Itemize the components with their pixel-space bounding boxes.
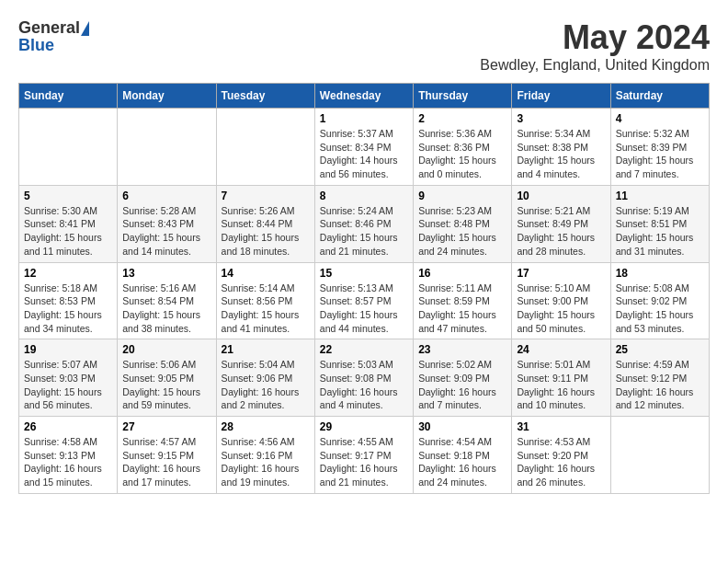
- day-number: 1: [320, 112, 408, 125]
- calendar-day-cell: 22Sunrise: 5:03 AM Sunset: 9:08 PM Dayli…: [314, 339, 413, 417]
- calendar-day-cell: 13Sunrise: 5:16 AM Sunset: 8:54 PM Dayli…: [118, 262, 216, 339]
- calendar-day-cell: 23Sunrise: 5:02 AM Sunset: 9:09 PM Dayli…: [414, 339, 512, 417]
- calendar-day-cell: 11Sunrise: 5:19 AM Sunset: 8:51 PM Dayli…: [610, 185, 709, 262]
- day-number: 21: [222, 343, 310, 356]
- day-info: Sunrise: 4:55 AM Sunset: 9:17 PM Dayligh…: [320, 435, 408, 489]
- calendar-header-row: SundayMondayTuesdayWednesdayThursdayFrid…: [19, 84, 710, 109]
- day-info: Sunrise: 5:02 AM Sunset: 9:09 PM Dayligh…: [418, 358, 506, 412]
- calendar-week-row: 19Sunrise: 5:07 AM Sunset: 9:03 PM Dayli…: [19, 339, 710, 417]
- day-number: 4: [616, 112, 704, 125]
- day-info: Sunrise: 5:24 AM Sunset: 8:46 PM Dayligh…: [320, 204, 408, 259]
- day-number: 27: [122, 420, 210, 433]
- title-area: May 2024 Bewdley, England, United Kingdo…: [480, 18, 710, 74]
- calendar-day-cell: 30Sunrise: 4:54 AM Sunset: 9:18 PM Dayli…: [414, 417, 512, 494]
- calendar-day-cell: 5Sunrise: 5:30 AM Sunset: 8:41 PM Daylig…: [19, 185, 118, 262]
- logo-blue: Blue: [18, 36, 54, 55]
- day-info: Sunrise: 5:01 AM Sunset: 9:11 PM Dayligh…: [517, 358, 605, 412]
- day-number: 7: [222, 190, 310, 202]
- day-number: 30: [418, 420, 506, 433]
- day-info: Sunrise: 5:21 AM Sunset: 8:49 PM Dayligh…: [517, 204, 605, 259]
- calendar-week-row: 12Sunrise: 5:18 AM Sunset: 8:53 PM Dayli…: [19, 262, 710, 339]
- day-info: Sunrise: 4:59 AM Sunset: 9:12 PM Dayligh…: [616, 358, 704, 412]
- day-of-week-header: Friday: [512, 84, 610, 109]
- calendar-day-cell: 12Sunrise: 5:18 AM Sunset: 8:53 PM Dayli…: [19, 262, 118, 339]
- calendar-day-cell: 28Sunrise: 4:56 AM Sunset: 9:16 PM Dayli…: [216, 417, 314, 494]
- day-info: Sunrise: 5:06 AM Sunset: 9:05 PM Dayligh…: [122, 358, 210, 412]
- calendar-day-cell: 20Sunrise: 5:06 AM Sunset: 9:05 PM Dayli…: [118, 339, 216, 417]
- day-info: Sunrise: 5:10 AM Sunset: 9:00 PM Dayligh…: [517, 282, 605, 336]
- calendar-day-cell: 19Sunrise: 5:07 AM Sunset: 9:03 PM Dayli…: [19, 339, 118, 417]
- calendar-day-cell: 3Sunrise: 5:34 AM Sunset: 8:38 PM Daylig…: [512, 109, 610, 186]
- day-number: 10: [517, 190, 605, 202]
- day-info: Sunrise: 4:58 AM Sunset: 9:13 PM Dayligh…: [24, 435, 112, 489]
- calendar-day-cell: 1Sunrise: 5:37 AM Sunset: 8:34 PM Daylig…: [314, 109, 413, 186]
- calendar-day-cell: 2Sunrise: 5:36 AM Sunset: 8:36 PM Daylig…: [414, 109, 512, 186]
- location-subtitle: Bewdley, England, United Kingdom: [480, 57, 710, 74]
- day-info: Sunrise: 5:28 AM Sunset: 8:43 PM Dayligh…: [122, 204, 210, 259]
- day-info: Sunrise: 5:04 AM Sunset: 9:06 PM Dayligh…: [222, 358, 310, 412]
- month-year-title: May 2024: [480, 18, 710, 57]
- day-of-week-header: Saturday: [610, 84, 709, 109]
- calendar-week-row: 26Sunrise: 4:58 AM Sunset: 9:13 PM Dayli…: [19, 417, 710, 494]
- day-number: 12: [24, 267, 112, 280]
- day-info: Sunrise: 5:23 AM Sunset: 8:48 PM Dayligh…: [418, 204, 506, 259]
- calendar-day-cell: 10Sunrise: 5:21 AM Sunset: 8:49 PM Dayli…: [512, 185, 610, 262]
- logo: General Blue: [18, 18, 89, 55]
- day-number: 29: [320, 420, 408, 433]
- day-number: 6: [122, 190, 210, 202]
- day-info: Sunrise: 5:11 AM Sunset: 8:59 PM Dayligh…: [418, 282, 506, 336]
- day-info: Sunrise: 5:08 AM Sunset: 9:02 PM Dayligh…: [616, 282, 704, 336]
- day-info: Sunrise: 5:34 AM Sunset: 8:38 PM Dayligh…: [517, 127, 605, 181]
- day-number: 31: [517, 420, 605, 433]
- day-info: Sunrise: 5:18 AM Sunset: 8:53 PM Dayligh…: [24, 282, 112, 336]
- day-number: 8: [320, 190, 408, 202]
- logo-general: General: [18, 18, 80, 38]
- calendar-day-cell: 17Sunrise: 5:10 AM Sunset: 9:00 PM Dayli…: [512, 262, 610, 339]
- calendar-day-cell: 6Sunrise: 5:28 AM Sunset: 8:43 PM Daylig…: [118, 185, 216, 262]
- day-info: Sunrise: 4:57 AM Sunset: 9:15 PM Dayligh…: [122, 435, 210, 489]
- day-number: 22: [320, 343, 408, 356]
- calendar-day-cell: 7Sunrise: 5:26 AM Sunset: 8:44 PM Daylig…: [216, 185, 314, 262]
- day-of-week-header: Tuesday: [216, 84, 314, 109]
- calendar-day-cell: [216, 109, 314, 186]
- day-info: Sunrise: 5:26 AM Sunset: 8:44 PM Dayligh…: [222, 204, 310, 259]
- calendar-day-cell: 25Sunrise: 4:59 AM Sunset: 9:12 PM Dayli…: [610, 339, 709, 417]
- day-info: Sunrise: 5:30 AM Sunset: 8:41 PM Dayligh…: [24, 204, 112, 259]
- calendar-day-cell: [19, 109, 118, 186]
- calendar-day-cell: 24Sunrise: 5:01 AM Sunset: 9:11 PM Dayli…: [512, 339, 610, 417]
- day-number: 9: [418, 190, 506, 202]
- day-info: Sunrise: 5:03 AM Sunset: 9:08 PM Dayligh…: [320, 358, 408, 412]
- calendar-day-cell: 8Sunrise: 5:24 AM Sunset: 8:46 PM Daylig…: [314, 185, 413, 262]
- day-number: 19: [24, 343, 112, 356]
- day-number: 13: [122, 267, 210, 280]
- page-header: General Blue May 2024 Bewdley, England, …: [18, 18, 710, 74]
- day-info: Sunrise: 5:16 AM Sunset: 8:54 PM Dayligh…: [122, 282, 210, 336]
- calendar-day-cell: 21Sunrise: 5:04 AM Sunset: 9:06 PM Dayli…: [216, 339, 314, 417]
- day-info: Sunrise: 5:32 AM Sunset: 8:39 PM Dayligh…: [616, 127, 704, 181]
- calendar-week-row: 1Sunrise: 5:37 AM Sunset: 8:34 PM Daylig…: [19, 109, 710, 186]
- day-number: 14: [222, 267, 310, 280]
- day-info: Sunrise: 5:37 AM Sunset: 8:34 PM Dayligh…: [320, 127, 408, 181]
- day-of-week-header: Sunday: [19, 84, 118, 109]
- calendar-week-row: 5Sunrise: 5:30 AM Sunset: 8:41 PM Daylig…: [19, 185, 710, 262]
- day-number: 11: [616, 190, 704, 202]
- day-number: 16: [418, 267, 506, 280]
- calendar-day-cell: 16Sunrise: 5:11 AM Sunset: 8:59 PM Dayli…: [414, 262, 512, 339]
- day-info: Sunrise: 5:07 AM Sunset: 9:03 PM Dayligh…: [24, 358, 112, 412]
- day-number: 18: [616, 267, 704, 280]
- calendar-table: SundayMondayTuesdayWednesdayThursdayFrid…: [18, 83, 710, 494]
- calendar-day-cell: 27Sunrise: 4:57 AM Sunset: 9:15 PM Dayli…: [118, 417, 216, 494]
- day-info: Sunrise: 5:13 AM Sunset: 8:57 PM Dayligh…: [320, 282, 408, 336]
- calendar-day-cell: 31Sunrise: 4:53 AM Sunset: 9:20 PM Dayli…: [512, 417, 610, 494]
- day-number: 5: [24, 190, 112, 202]
- day-of-week-header: Monday: [118, 84, 216, 109]
- day-number: 20: [122, 343, 210, 356]
- calendar-day-cell: 4Sunrise: 5:32 AM Sunset: 8:39 PM Daylig…: [610, 109, 709, 186]
- day-info: Sunrise: 5:14 AM Sunset: 8:56 PM Dayligh…: [222, 282, 310, 336]
- day-info: Sunrise: 4:53 AM Sunset: 9:20 PM Dayligh…: [517, 435, 605, 489]
- day-info: Sunrise: 4:56 AM Sunset: 9:16 PM Dayligh…: [222, 435, 310, 489]
- logo-triangle-icon: [81, 21, 89, 36]
- day-info: Sunrise: 4:54 AM Sunset: 9:18 PM Dayligh…: [418, 435, 506, 489]
- day-number: 17: [517, 267, 605, 280]
- day-number: 25: [616, 343, 704, 356]
